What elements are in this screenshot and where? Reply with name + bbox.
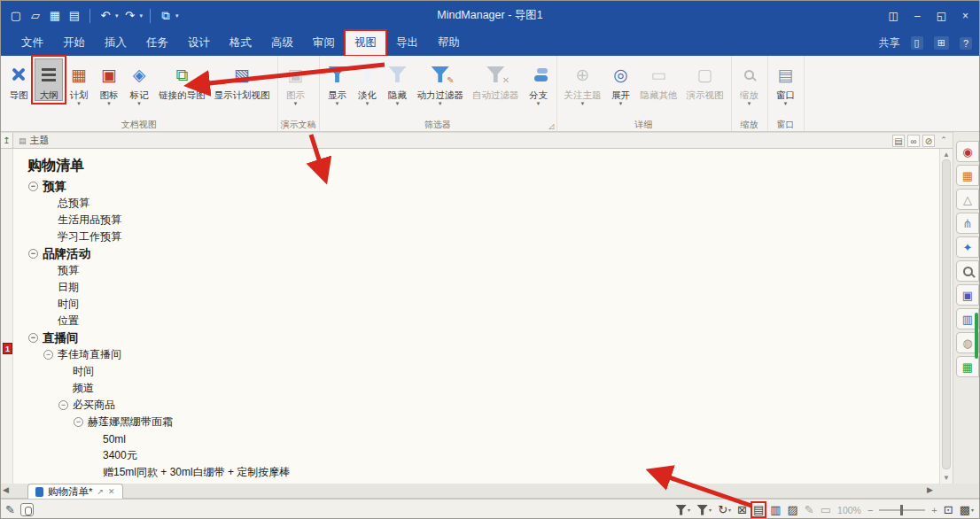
outline-row[interactable]: 赠15ml同款 + 30ml白绷带 + 定制按摩棒: [13, 464, 938, 481]
switch-view-icon-caret[interactable]: ▾: [175, 12, 179, 19]
map-legend-icon[interactable]: ▩▾: [960, 504, 974, 515]
ribbon-button-标记[interactable]: ◈标记▼: [125, 58, 153, 108]
help-icon[interactable]: ?: [960, 37, 972, 50]
tab-帮助[interactable]: 帮助: [428, 30, 470, 56]
close-icon[interactable]: ×: [962, 10, 968, 22]
tab-高级[interactable]: 高级: [261, 30, 303, 56]
minimize-icon[interactable]: –: [914, 10, 921, 22]
redo-icon[interactable]: ↷: [122, 9, 138, 22]
map-view-icon[interactable]: ⊠: [737, 504, 747, 515]
tab-设计[interactable]: 设计: [178, 30, 220, 56]
ribbon-button-导图[interactable]: 导图: [4, 58, 33, 101]
ribbon-button-窗口[interactable]: ▤窗口▼: [772, 58, 800, 108]
index-tab[interactable]: △: [956, 189, 979, 210]
scroll-up-icon[interactable]: ▲: [940, 151, 953, 159]
ribbon-button-分支[interactable]: 分支▼: [525, 58, 553, 108]
promote-arrow-icon[interactable]: ↥: [1, 133, 13, 148]
save-icon[interactable]: ▦: [47, 9, 63, 22]
slides-icon[interactable]: ▭: [821, 504, 831, 515]
vertical-scrollbar-thumb[interactable]: [942, 159, 951, 469]
layout-icon[interactable]: ⊞: [934, 36, 949, 50]
restore-icon[interactable]: ◱: [937, 10, 946, 22]
collapse-icon[interactable]: −: [43, 350, 53, 360]
dropdown-caret-icon[interactable]: ▾: [728, 507, 731, 513]
dropdown-caret-icon[interactable]: ▼: [293, 101, 299, 107]
excel-tab[interactable]: ▦: [956, 356, 979, 377]
dropdown-caret-icon[interactable]: ▼: [783, 101, 789, 107]
library-tab[interactable]: ✦: [956, 236, 979, 258]
power-filter-icon[interactable]: ▾: [696, 505, 712, 515]
outline-row[interactable]: 3400元: [13, 447, 938, 464]
tab-插入[interactable]: 插入: [95, 30, 136, 56]
ribbon-button-图标[interactable]: ▣图标▼: [95, 58, 123, 108]
hyperlink-icon[interactable]: ∞: [907, 135, 920, 147]
vertical-scrollbar[interactable]: ▲ ▼: [939, 149, 953, 484]
outlook-tab[interactable]: ▣: [956, 284, 979, 306]
reading-mode-icon[interactable]: ◫: [889, 10, 898, 22]
outline-row[interactable]: 预算: [13, 262, 938, 279]
ribbon-button-缩放[interactable]: 缩放▼: [735, 58, 764, 108]
ribbon-button-隐藏[interactable]: 隐藏▼: [384, 58, 412, 108]
select-tool-icon[interactable]: ✎: [5, 503, 15, 516]
zoom-slider[interactable]: [879, 509, 925, 511]
task-info-tab[interactable]: ◉: [956, 141, 979, 162]
dropdown-caret-icon[interactable]: ▼: [618, 101, 624, 107]
gantt-view-icon[interactable]: ▥: [770, 504, 781, 515]
tab-开始[interactable]: 开始: [53, 30, 95, 56]
tab-文件[interactable]: 文件: [12, 30, 53, 56]
outline-row[interactable]: −预算: [13, 178, 938, 195]
dropdown-caret-icon[interactable]: ▾: [709, 507, 712, 513]
new-document-icon[interactable]: ▢: [8, 9, 24, 22]
collapse-icon[interactable]: −: [58, 400, 68, 410]
undo-icon[interactable]: ↶: [97, 9, 113, 22]
dropdown-caret-icon[interactable]: ▼: [438, 101, 443, 107]
outline-row[interactable]: 学习工作预算: [13, 229, 938, 245]
outline-row[interactable]: 时间: [13, 363, 938, 380]
ribbon-button-展开[interactable]: ◎展开▼: [607, 58, 635, 108]
touch-mode-icon[interactable]: [20, 503, 34, 516]
pin-panel-icon[interactable]: ▯: [911, 36, 923, 50]
close-tab-icon[interactable]: ✕: [108, 487, 115, 496]
dialog-launcher-icon[interactable]: ◿: [548, 122, 554, 130]
collapse-icon[interactable]: −: [74, 417, 83, 427]
outline-row[interactable]: 购物清单: [13, 153, 938, 178]
outline-row[interactable]: 总预算: [13, 195, 938, 212]
switch-view-icon[interactable]: ⧉: [158, 9, 174, 23]
dropdown-caret-icon[interactable]: ▾: [688, 507, 690, 513]
collapse-header-icon[interactable]: ⌃: [937, 135, 950, 147]
dropdown-caret-icon[interactable]: ▼: [136, 101, 142, 107]
outline-row[interactable]: −直播间: [13, 329, 938, 346]
zoom-in-icon[interactable]: +: [931, 505, 937, 515]
tab-scroll-left-icon[interactable]: ◀: [3, 485, 9, 494]
ribbon-button-关注主题[interactable]: ⊕关注主题▼: [561, 58, 605, 108]
outline-row[interactable]: 频道: [13, 380, 938, 397]
dropdown-caret-icon[interactable]: ▼: [76, 101, 82, 107]
walkthrough-icon[interactable]: ▨: [788, 504, 798, 515]
ribbon-button-图示[interactable]: ▣图示▼: [282, 58, 310, 108]
scroll-down-icon[interactable]: ▼: [940, 474, 953, 482]
ribbon-button-链接的导图[interactable]: ⧉链接的导图: [155, 58, 209, 101]
outline-row[interactable]: 时间: [13, 296, 938, 313]
tab-导出[interactable]: 导出: [386, 30, 428, 56]
undo-icon-caret[interactable]: ▾: [115, 12, 119, 19]
tab-审阅[interactable]: 审阅: [303, 30, 345, 56]
fit-map-icon[interactable]: ⊡: [944, 504, 953, 515]
attachment-icon[interactable]: ⊘: [922, 135, 935, 147]
tab-视图[interactable]: 视图: [345, 30, 386, 56]
tab-任务[interactable]: 任务: [136, 30, 178, 56]
redo-icon-caret[interactable]: ▾: [140, 12, 144, 19]
ribbon-button-显示[interactable]: 显示▼: [323, 58, 352, 108]
outline-row[interactable]: −赫莲娜黑绷带面霜: [13, 414, 938, 430]
collapse-icon[interactable]: −: [28, 249, 38, 259]
map-parts-tab[interactable]: ⋔: [956, 213, 979, 234]
zoom-slider-handle[interactable]: [900, 505, 903, 515]
tab-格式[interactable]: 格式: [220, 30, 261, 56]
open-icon[interactable]: ▱: [27, 9, 43, 22]
ribbon-button-淡化[interactable]: 淡化▼: [354, 58, 382, 108]
print-icon[interactable]: ▤: [66, 9, 82, 22]
outline-row[interactable]: −李佳琦直播间: [13, 346, 938, 363]
tab-scroll-right-icon[interactable]: ▶: [927, 485, 933, 494]
document-tab[interactable]: 购物清单* ↗ ✕: [27, 484, 123, 499]
ribbon-button-计划[interactable]: ▦计划▼: [65, 58, 93, 108]
outline-topic-column-header[interactable]: ▤ 主题: [13, 134, 892, 147]
